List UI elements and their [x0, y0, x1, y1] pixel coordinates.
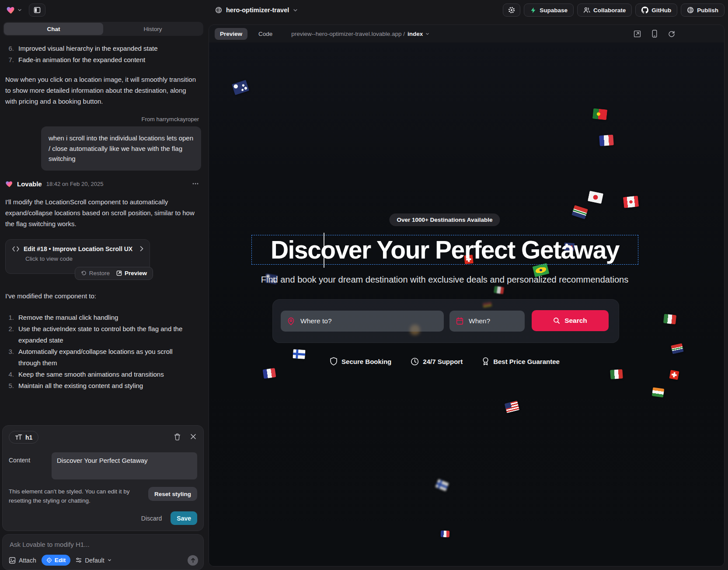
lovable-heart-icon — [5, 180, 14, 188]
preview-version-button[interactable]: Preview — [116, 270, 147, 276]
refresh-button[interactable] — [668, 30, 675, 37]
flag-portugal-icon — [592, 108, 607, 120]
list-item: 1.Remove the manual click handling — [5, 312, 201, 323]
award-icon — [482, 357, 489, 366]
assistant-paragraph: Now when you click on a location image, … — [5, 74, 198, 107]
text-caret — [324, 233, 324, 268]
send-button[interactable] — [188, 555, 198, 566]
reset-styling-button[interactable]: Reset styling — [148, 487, 197, 501]
feature-price-guarantee: Best Price Guarantee — [482, 357, 560, 366]
flag-japan-icon — [588, 191, 603, 204]
lovable-app-window: hero-optimizer-travel Supabase Collabora… — [0, 0, 728, 570]
flag-southafrica-icon — [671, 343, 684, 354]
destinations-badge: Over 1000+ Destinations Available — [389, 213, 500, 226]
code-icon — [12, 246, 20, 252]
tab-history[interactable]: History — [103, 23, 202, 35]
smartphone-icon — [651, 30, 658, 38]
content-field-input[interactable]: Discover Your Perfect Getaway — [52, 452, 197, 479]
feature-secure-booking: Secure Booking — [330, 357, 391, 366]
close-editor-button[interactable] — [190, 434, 196, 441]
edit-mode-pill[interactable]: Edit — [42, 555, 71, 566]
sliders-icon — [76, 557, 82, 563]
flag-australia-icon — [232, 80, 249, 95]
chat-message-list[interactable]: 6.Improved visual hierarchy in the expan… — [0, 36, 206, 423]
where-to-input[interactable]: Where to? — [281, 311, 444, 332]
lovable-logo-menu[interactable] — [6, 5, 22, 15]
restore-button[interactable]: Restore — [81, 270, 110, 276]
hero-title[interactable]: Discover Your Perfect Getaway — [271, 235, 619, 264]
panel-left-icon — [34, 7, 41, 14]
github-button[interactable]: GitHub — [635, 3, 677, 17]
search-button[interactable]: Search — [532, 310, 609, 331]
calendar-icon — [456, 317, 463, 325]
restore-preview-pill: Restore Preview — [75, 267, 153, 280]
where-placeholder: Where to? — [300, 317, 332, 325]
list-item: 5.Maintain all the existing content and … — [5, 380, 201, 392]
chat-input-placeholder[interactable]: Ask Lovable to modify H1... — [10, 541, 196, 548]
chat-input-box[interactable]: Ask Lovable to modify H1... Attach Edit … — [2, 534, 204, 570]
settings-button[interactable] — [503, 3, 520, 17]
assistant-paragraph: I'll modify the LocationScroll component… — [5, 196, 198, 229]
mode-selector[interactable]: Default — [76, 557, 111, 564]
preview-url: preview--hero-optimizer-travel.lovable.a… — [291, 31, 405, 37]
external-link-icon — [634, 30, 641, 38]
users-icon — [583, 7, 590, 14]
globe-icon — [215, 7, 222, 14]
chevron-down-icon — [17, 8, 22, 12]
close-icon — [190, 434, 196, 440]
user-attribution: From harrymckayroper — [5, 116, 201, 122]
tab-chat[interactable]: Chat — [4, 23, 103, 35]
user-message-bubble: when i scroll into the individual locati… — [41, 126, 201, 171]
flag-canada-icon — [623, 196, 639, 208]
agent-message-header: Lovable 18:42 on Feb 20, 2025 — [5, 180, 201, 188]
tab-preview[interactable]: Preview — [215, 28, 247, 40]
discard-button[interactable]: Discard — [141, 515, 162, 522]
attach-button[interactable]: Attach — [9, 557, 36, 564]
chevron-down-icon — [293, 8, 298, 13]
flag-mexico-icon — [610, 369, 623, 379]
trash-icon — [174, 434, 181, 441]
save-button[interactable]: Save — [171, 511, 197, 525]
collaborate-label: Collaborate — [593, 7, 626, 14]
flag-mexico-icon — [494, 286, 504, 294]
lovable-heart-icon — [6, 5, 16, 15]
list-item: 2.Use the activeIndex state to control b… — [5, 323, 201, 346]
preview-viewport[interactable]: Over 1000+ Destinations Available Discov… — [209, 42, 724, 566]
delete-element-button[interactable] — [174, 434, 181, 441]
tab-code[interactable]: Code — [253, 28, 278, 40]
sidebar-toggle-button[interactable] — [29, 3, 45, 17]
flag-france-icon — [441, 531, 450, 538]
gear-icon — [508, 6, 516, 14]
assistant-paragraph: I've modified the component to: — [5, 290, 198, 301]
open-in-new-tab-button[interactable] — [634, 30, 641, 38]
supabase-button[interactable]: Supabase — [524, 3, 574, 17]
project-switcher[interactable]: hero-optimizer-travel — [215, 0, 298, 20]
github-icon — [641, 7, 648, 14]
sidebar-tabs: Chat History — [3, 22, 203, 36]
collaborate-button[interactable]: Collaborate — [577, 3, 632, 17]
topbar: hero-optimizer-travel Supabase Collabora… — [0, 0, 728, 20]
topbar-actions: Supabase Collaborate GitHub Publish — [503, 3, 725, 17]
h1-selection-outline[interactable]: Discover Your Perfect Getaway — [251, 235, 638, 265]
when-input[interactable]: When? — [449, 311, 525, 332]
publish-button[interactable]: Publish — [681, 3, 725, 17]
preview-url-page: index — [408, 31, 423, 37]
globe-icon — [687, 7, 694, 14]
preview-url-selector[interactable]: preview--hero-optimizer-travel.lovable.a… — [291, 31, 429, 37]
selected-element-badge[interactable]: h1 — [9, 431, 38, 444]
hero-subtitle: Find and book your dream destination wit… — [261, 275, 628, 285]
arrow-up-icon — [191, 558, 195, 563]
mobile-view-button[interactable] — [651, 30, 658, 38]
edit-version-card[interactable]: Edit #18 • Improve Location Scroll UX Cl… — [5, 239, 150, 274]
external-link-icon — [116, 270, 122, 276]
chevron-down-icon — [425, 32, 429, 36]
assistant-steps-list: 1.Remove the manual click handling 2.Use… — [5, 312, 201, 392]
flag-southafrica-icon — [571, 205, 588, 220]
edit-card-title: Edit #18 • Improve Location Scroll UX — [24, 245, 132, 252]
flag-france-icon — [599, 135, 614, 146]
list-item: 7.Fade-in animation for the expanded con… — [5, 54, 201, 66]
message-menu-button[interactable] — [190, 183, 201, 185]
chat-sidebar: Chat History 6.Improved visual hierarchy… — [0, 20, 206, 570]
shield-icon — [330, 357, 338, 366]
restore-icon — [81, 270, 87, 276]
